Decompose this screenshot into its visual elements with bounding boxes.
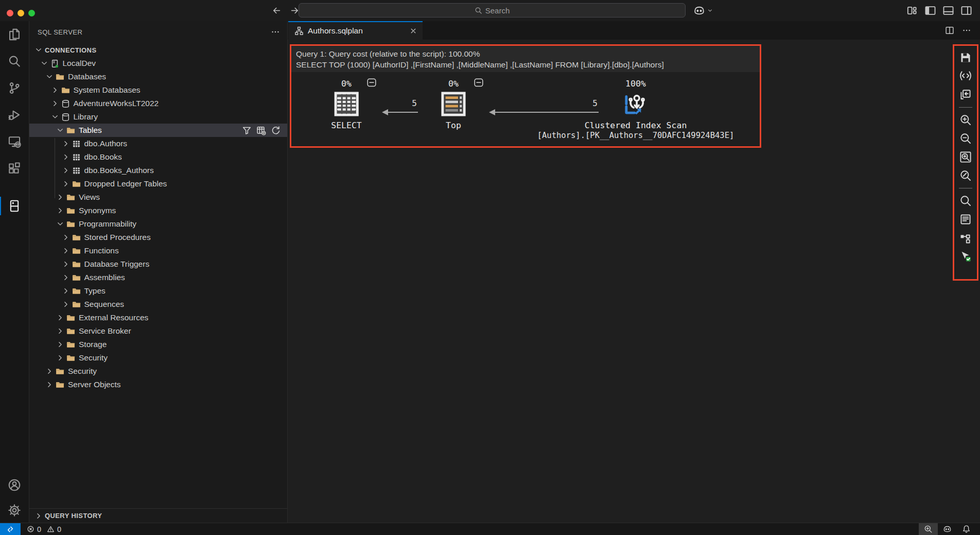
toolbar-divider bbox=[959, 188, 972, 188]
tree-item-assemblies[interactable]: Assemblies bbox=[29, 271, 287, 284]
tree-item-dropped-ledger-tables[interactable]: Dropped Ledger Tables bbox=[29, 177, 287, 191]
find-node-icon[interactable] bbox=[959, 195, 972, 207]
zoom-in-icon[interactable] bbox=[959, 114, 972, 126]
sql-server-icon bbox=[8, 199, 21, 213]
tree-item-adventureworkslt2022[interactable]: AdventureWorksLT2022 bbox=[29, 97, 287, 110]
maximize-window-button[interactable] bbox=[28, 10, 35, 16]
folder-icon bbox=[66, 206, 75, 215]
tree-item-dbo-books-authors[interactable]: dbo.Books_Authors bbox=[29, 164, 287, 177]
panel-left-icon[interactable] bbox=[924, 5, 936, 16]
tree-item-databases[interactable]: Databases bbox=[29, 70, 287, 83]
tree-item-label: Tables bbox=[79, 126, 102, 135]
close-window-button[interactable] bbox=[7, 10, 13, 16]
tree-item-security[interactable]: Security bbox=[29, 365, 287, 378]
tree-item-programmability[interactable]: Programmability bbox=[29, 217, 287, 231]
tree-item-localdev[interactable]: LocalDev bbox=[29, 57, 287, 70]
tree-indent-guide bbox=[55, 138, 55, 198]
command-center-search[interactable]: Search bbox=[299, 3, 686, 18]
chevron-right-icon bbox=[56, 193, 64, 201]
collapse-node-button[interactable] bbox=[474, 78, 483, 87]
query-history-section[interactable]: QUERY HISTORY bbox=[29, 508, 287, 523]
activity-item-accounts[interactable] bbox=[0, 472, 29, 497]
tree-item-label: Views bbox=[79, 193, 100, 202]
tree-item-dbo-books[interactable]: dbo.Books bbox=[29, 150, 287, 164]
errors-icon[interactable] bbox=[27, 525, 34, 533]
warnings-icon[interactable] bbox=[47, 525, 55, 533]
save-plan-icon[interactable] bbox=[959, 51, 972, 64]
edge-row-count: 5 bbox=[412, 98, 417, 108]
tree-item-server-objects[interactable]: Server Objects bbox=[29, 378, 287, 391]
plan-node-clustered-index-scan[interactable]: 100%Clustered Index Scan[Authors].[PK__A… bbox=[537, 79, 734, 140]
tree-item-external-resources[interactable]: External Resources bbox=[29, 311, 287, 324]
tree-item-functions[interactable]: Functions bbox=[29, 244, 287, 257]
tree-item-tables[interactable]: Tables bbox=[29, 124, 287, 137]
error-count[interactable]: 0 bbox=[37, 525, 41, 533]
tree-item-library[interactable]: Library bbox=[29, 110, 287, 124]
tab-authors-sqlplan[interactable]: Authors.sqlplan bbox=[288, 21, 423, 40]
copilot-status-item[interactable] bbox=[938, 523, 957, 535]
tree-item-dbo-authors[interactable]: dbo.Authors bbox=[29, 137, 287, 150]
filter-icon[interactable] bbox=[242, 126, 252, 135]
zoom-to-fit-icon[interactable] bbox=[959, 151, 972, 163]
more-actions-icon[interactable] bbox=[271, 27, 280, 37]
activity-bar bbox=[0, 21, 29, 523]
notifications-item[interactable] bbox=[957, 523, 976, 535]
table-icon bbox=[72, 166, 81, 175]
activity-item-explorer[interactable] bbox=[0, 21, 29, 48]
tree-item-security[interactable]: Security bbox=[29, 351, 287, 365]
highlight-expensive-operation-icon[interactable] bbox=[959, 232, 972, 244]
activity-item-settings[interactable] bbox=[0, 497, 29, 523]
more-actions-icon[interactable] bbox=[962, 26, 971, 35]
toggle-tooltip-icon[interactable] bbox=[959, 250, 972, 263]
refresh-icon[interactable] bbox=[271, 126, 281, 135]
tree-item-sequences[interactable]: Sequences bbox=[29, 298, 287, 311]
tree-item-stored-procedures[interactable]: Stored Procedures bbox=[29, 231, 287, 244]
folder-icon bbox=[61, 86, 70, 95]
navigate-back-button[interactable] bbox=[272, 6, 282, 15]
activity-item-run-and-debug[interactable] bbox=[0, 101, 29, 128]
zoom-out-icon[interactable] bbox=[959, 132, 972, 145]
tree-item-system-databases[interactable]: System Databases bbox=[29, 83, 287, 97]
folder-icon bbox=[72, 233, 81, 242]
search-placeholder: Search bbox=[485, 6, 510, 15]
chevron-right-icon bbox=[56, 340, 64, 349]
remote-indicator[interactable] bbox=[0, 523, 21, 535]
tree-section-connections[interactable]: CONNECTIONS bbox=[29, 43, 287, 57]
panel-bottom-icon[interactable] bbox=[942, 5, 954, 16]
folder-icon bbox=[66, 314, 75, 322]
activity-item-extensions[interactable] bbox=[0, 155, 29, 182]
open-plan-xml-icon[interactable] bbox=[959, 70, 972, 82]
tree-item-database-triggers[interactable]: Database Triggers bbox=[29, 257, 287, 271]
plan-node-select[interactable]: 0%SELECT bbox=[331, 79, 362, 131]
plan-node-top[interactable]: 0%Top bbox=[440, 79, 467, 131]
tree-item-service-broker[interactable]: Service Broker bbox=[29, 324, 287, 338]
activity-item-sql-server[interactable] bbox=[0, 193, 29, 219]
close-icon[interactable] bbox=[409, 27, 417, 35]
properties-icon[interactable] bbox=[959, 213, 972, 226]
collapse-node-button[interactable] bbox=[367, 78, 376, 87]
chevron-right-icon bbox=[62, 287, 70, 295]
activity-item-remote-explorer[interactable] bbox=[0, 128, 29, 155]
warning-count[interactable]: 0 bbox=[57, 525, 61, 533]
minimize-window-button[interactable] bbox=[18, 10, 24, 16]
split-editor-icon[interactable] bbox=[945, 26, 954, 35]
tree-item-label: Stored Procedures bbox=[84, 233, 151, 242]
source-control-icon bbox=[8, 81, 21, 95]
layout-control-icon[interactable] bbox=[906, 5, 918, 16]
tree-item-label: Database Triggers bbox=[84, 260, 150, 269]
tree-item-types[interactable]: Types bbox=[29, 284, 287, 298]
chevron-right-icon bbox=[51, 86, 59, 94]
copilot-menu[interactable] bbox=[693, 5, 713, 16]
custom-zoom-icon[interactable] bbox=[959, 169, 972, 182]
activity-item-source-control[interactable] bbox=[0, 75, 29, 101]
tree-item-storage[interactable]: Storage bbox=[29, 338, 287, 351]
new-table-icon[interactable] bbox=[256, 126, 266, 135]
explorer-icon bbox=[8, 28, 21, 41]
zoom-status-item[interactable] bbox=[919, 523, 938, 535]
open-query-icon[interactable] bbox=[959, 89, 972, 101]
tree-item-views[interactable]: Views bbox=[29, 191, 287, 204]
query-history-label: QUERY HISTORY bbox=[45, 512, 102, 520]
tree-item-synonyms[interactable]: Synonyms bbox=[29, 204, 287, 217]
panel-right-icon[interactable] bbox=[960, 5, 972, 16]
activity-item-search[interactable] bbox=[0, 48, 29, 75]
